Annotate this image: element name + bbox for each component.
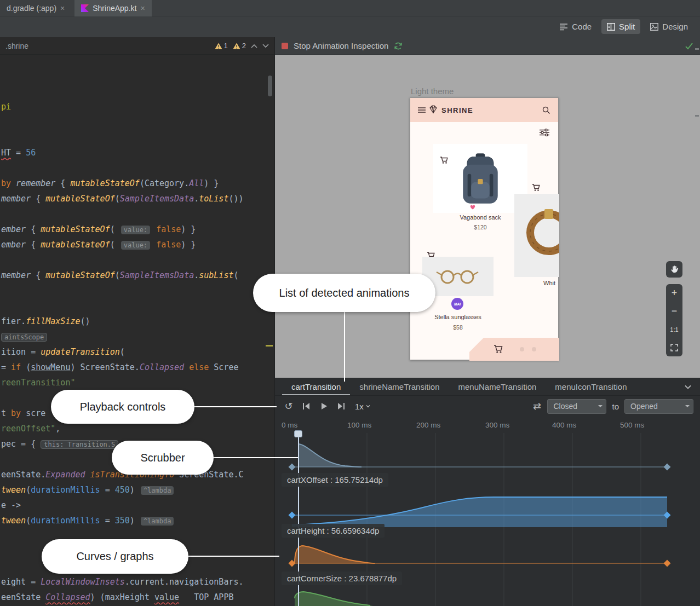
code-line: pi [1, 101, 11, 112]
editor-tab-bar: d.gradle (:app) × ShrineApp.kt × [0, 0, 700, 16]
warning-icon [215, 43, 222, 49]
tabs-overflow-chevron-icon[interactable] [685, 385, 691, 389]
view-mode-design[interactable]: Design [645, 19, 693, 34]
playback-controls: ↺ 1x ⇄ Closed [275, 396, 700, 417]
animation-inspection-toolbar: Stop Animation Inspection [275, 37, 700, 55]
code-line: ember { mutableStateOf( value: false) } [1, 239, 196, 250]
main-toolbar: Code Split Design [0, 17, 700, 37]
timeline-tab-cartTransition[interactable]: cartTransition [282, 378, 350, 395]
product-image-belt [514, 194, 559, 277]
tab-gradle[interactable]: d.gradle (:app) × [0, 0, 71, 16]
code-line: t by scre [1, 408, 45, 419]
sunglasses-illustration [435, 268, 481, 285]
zoom-in-button[interactable]: + [666, 284, 682, 302]
menu-icon [418, 107, 426, 113]
editor-warning-stripe-mark[interactable] [266, 345, 273, 347]
code-line: fier.fillMaxSize() [1, 316, 90, 327]
add-to-cart-icon [440, 156, 449, 164]
zoom-out-button[interactable]: − [666, 302, 682, 320]
error-stripe-mark[interactable] [695, 115, 699, 117]
callout-connector [344, 312, 345, 382]
zoom-actual-size-button[interactable]: 1:1 [666, 320, 682, 338]
stop-animation-inspection-button[interactable]: Stop Animation Inspection [294, 41, 388, 50]
kotlin-file-icon [81, 4, 89, 12]
timeline-scrubber-handle[interactable] [294, 430, 302, 437]
animation-preview-pane: Stop Animation Inspection Light theme SH… [275, 37, 700, 606]
zoom-controls: + − 1:1 [666, 284, 682, 356]
warning-badge-1[interactable]: 1 [215, 42, 228, 50]
callout-curves-graphs: Curves / graphs [42, 539, 188, 574]
play-button[interactable] [317, 399, 331, 413]
shrine-app-bar: SHRINE [410, 98, 558, 122]
warning-count: 1 [224, 42, 228, 50]
cart-item-dot [520, 347, 524, 351]
curve-value-label: cartHeight : 56.659634dp [282, 524, 385, 538]
error-stripe-mark[interactable] [695, 48, 699, 50]
skip-to-start-icon [302, 402, 310, 410]
code-text-area[interactable]: piHT = 56by remember { mutableStateOf(Ca… [0, 55, 274, 606]
belt-illustration [519, 203, 559, 263]
product-name: Whit [540, 280, 559, 286]
from-state-value: Closed [548, 402, 595, 411]
close-icon[interactable]: × [140, 4, 145, 12]
callout-connector [214, 457, 298, 458]
timeline-tab-shrineNameTransition[interactable]: shrineNameTransition [350, 378, 449, 395]
go-to-start-button[interactable] [299, 399, 313, 413]
playback-speed-selector[interactable]: 1x [352, 402, 374, 411]
breadcrumb[interactable]: .shrine [5, 42, 28, 50]
design-icon [650, 23, 658, 31]
code-line: eenState Collapsed) (maxHeight value TOP… [1, 592, 233, 603]
warning-badge-2[interactable]: 2 [233, 42, 246, 50]
view-mode-design-label: Design [662, 22, 688, 31]
go-to-end-button[interactable] [334, 399, 348, 413]
to-state-value: Opened [625, 402, 682, 411]
code-editor-pane[interactable]: .shrine 1 2 piHT = 56by remember { mutab… [0, 37, 275, 606]
code-line: member { mutableStateOf(SampleItemsData.… [1, 193, 244, 204]
curve-cartXOffset [289, 444, 671, 471]
product-name: Stella sunglasses [422, 314, 494, 320]
loop-playback-button[interactable]: ↺ [282, 399, 296, 413]
callout-connector [188, 556, 279, 557]
chevron-down-icon [366, 405, 370, 408]
pan-hand-icon [670, 265, 679, 274]
code-line: = if (showMenu) ScreenState.Collapsed el… [1, 362, 239, 373]
animation-timeline-panel: cartTransitionshrineNameTransitionmenuNa… [275, 378, 700, 606]
from-state-dropdown[interactable]: Closed [547, 399, 606, 414]
timeline-tab-menuIconTransition[interactable]: menuIconTransition [546, 378, 636, 395]
product-name: Vagabond sack [433, 214, 527, 221]
pan-tool-button[interactable] [666, 261, 682, 278]
view-mode-split[interactable]: Split [601, 19, 640, 34]
code-line: reenTransition" [1, 377, 75, 388]
code-line: pec = { this: Transition.S [1, 438, 118, 449]
tab-gradle-label: d.gradle (:app) [7, 4, 56, 13]
shrine-app-preview: SHRINE [410, 97, 559, 360]
code-line: tween(durationMillis = 350) ^lambda [1, 515, 175, 526]
warning-count: 2 [242, 42, 246, 50]
animation-tabs: cartTransitionshrineNameTransitionmenuNa… [275, 378, 700, 396]
to-label: to [610, 402, 621, 411]
filter-tune-icon [540, 129, 549, 136]
code-line: eight = LocalWindowInsets.current.naviga… [1, 576, 244, 587]
swap-states-button[interactable]: ⇄ [530, 399, 544, 413]
timeline-tab-menuNameTransition[interactable]: menuNameTransition [449, 378, 546, 395]
close-icon[interactable]: × [60, 4, 65, 12]
callout-playback-controls: Playback controls [51, 390, 194, 424]
chevron-down-icon[interactable] [262, 44, 269, 48]
check-icon [685, 42, 693, 50]
editor-scrollbar-thumb[interactable] [268, 76, 272, 96]
view-mode-split-label: Split [619, 22, 635, 31]
playback-speed-value: 1x [355, 402, 364, 411]
curve-cartHeight [289, 497, 671, 527]
dropdown-arrow-icon [595, 403, 606, 409]
fit-screen-icon [670, 344, 678, 351]
shrine-cart-sheet [469, 338, 559, 361]
tab-shrineapp[interactable]: ShrineApp.kt × [74, 0, 151, 16]
refresh-icon[interactable] [394, 42, 403, 50]
view-mode-code[interactable]: Code [554, 19, 597, 34]
chevron-up-icon[interactable] [251, 44, 257, 48]
curve-value-label: cartXOffset : 165.75214dp [282, 473, 388, 487]
skip-to-end-icon [337, 402, 345, 410]
to-state-dropdown[interactable]: Opened [624, 399, 693, 414]
zoom-to-fit-button[interactable] [666, 338, 682, 356]
code-line: HT = 56 [1, 147, 36, 158]
